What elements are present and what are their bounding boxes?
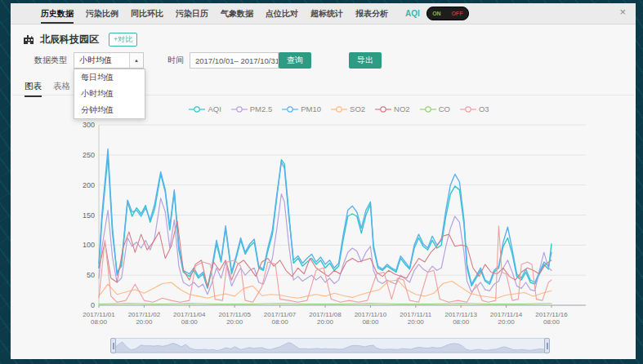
chart-legend: AQIPM2.5PM10SO2NO2COO3 — [98, 104, 580, 113]
svg-text:2017/11/05: 2017/11/05 — [218, 311, 251, 318]
svg-text:08:00: 08:00 — [453, 318, 470, 326]
legend-item[interactable]: SO2 — [331, 104, 365, 113]
legend-marker-icon — [375, 105, 391, 113]
legend-marker-icon — [331, 105, 347, 113]
legend-label: SO2 — [350, 104, 365, 113]
legend-item[interactable]: O3 — [460, 104, 489, 113]
svg-text:2017/11/07: 2017/11/07 — [264, 311, 297, 318]
query-button[interactable]: 查询 — [279, 52, 311, 69]
dropdown-option[interactable]: 小时均值 — [74, 86, 145, 102]
svg-text:2017/11/13: 2017/11/13 — [444, 311, 477, 318]
legend-marker-icon — [460, 105, 476, 113]
legend-item[interactable]: PM10 — [282, 104, 321, 113]
svg-text:08:00: 08:00 — [181, 318, 199, 326]
line-chart: 0501001502002503002017/11/0108:002017/11… — [69, 118, 592, 332]
data-type-select[interactable]: 小时均值 ▲ — [74, 52, 144, 69]
datazoom-left-handle[interactable] — [110, 338, 116, 353]
legend-marker-icon — [189, 105, 205, 113]
svg-text:08:00: 08:00 — [543, 318, 560, 326]
aqi-toggle[interactable]: ON OFF — [426, 7, 469, 20]
svg-text:250: 250 — [83, 151, 95, 159]
legend-item[interactable]: PM2.5 — [231, 104, 272, 113]
svg-text:20:00: 20:00 — [498, 318, 516, 326]
legend-label: O3 — [479, 104, 489, 113]
legend-label: AQI — [208, 104, 221, 113]
svg-text:2017/11/16: 2017/11/16 — [535, 311, 568, 318]
building-icon — [23, 34, 35, 45]
toggle-on-label[interactable]: ON — [432, 11, 441, 16]
svg-text:20:00: 20:00 — [226, 318, 243, 326]
nav-tab[interactable]: 气象数据 — [221, 3, 253, 24]
top-navbar: 历史数据污染比例同比环比污染日历气象数据点位比对超标统计报表分析 AQI ON … — [11, 3, 636, 24]
datazoom-slider[interactable] — [113, 338, 547, 353]
time-range-select[interactable]: 2017/10/01– 2017/10/31 ▼ — [190, 52, 292, 69]
legend-item[interactable]: AQI — [189, 104, 221, 113]
close-icon[interactable]: × — [619, 7, 626, 17]
dropdown-option[interactable]: 分钟均值 — [74, 102, 145, 118]
nav-tab[interactable]: 历史数据 — [41, 3, 74, 24]
nav-tab[interactable]: 污染比例 — [86, 3, 118, 24]
legend-marker-icon — [231, 105, 248, 113]
chart-canvas: 0501001502002503002017/11/0108:002017/11… — [69, 118, 592, 332]
svg-text:20:00: 20:00 — [408, 318, 425, 326]
svg-text:2017/11/14: 2017/11/14 — [490, 311, 523, 318]
legend-item[interactable]: NO2 — [375, 104, 410, 113]
data-type-value: 小时均值 — [74, 55, 129, 66]
series-line-CO — [99, 304, 551, 304]
legend-label: PM2.5 — [250, 104, 272, 113]
nav-tab[interactable]: 超标统计 — [310, 3, 343, 24]
dropdown-option[interactable]: 每日均值 — [74, 69, 145, 86]
svg-text:08:00: 08:00 — [272, 318, 289, 326]
svg-text:2017/11/08: 2017/11/08 — [309, 311, 342, 318]
time-range-value: 2017/10/01– 2017/10/31 — [190, 56, 278, 65]
svg-text:08:00: 08:00 — [362, 318, 379, 326]
legend-marker-icon — [282, 105, 298, 113]
app-background: 历史数据污染比例同比环比污染日历气象数据点位比对超标统计报表分析 AQI ON … — [0, 0, 643, 364]
legend-label: CO — [439, 104, 450, 113]
chevron-up-icon[interactable]: ▲ — [129, 53, 143, 68]
nav-tab[interactable]: 污染日历 — [176, 3, 208, 24]
svg-text:50: 50 — [87, 271, 95, 279]
svg-text:200: 200 — [83, 181, 95, 189]
svg-text:20:00: 20:00 — [317, 318, 334, 326]
svg-text:08:00: 08:00 — [91, 318, 108, 326]
svg-text:300: 300 — [83, 121, 95, 129]
legend-marker-icon — [420, 105, 436, 113]
svg-text:2017/11/10: 2017/11/10 — [355, 311, 387, 318]
main-panel: 历史数据污染比例同比环比污染日历气象数据点位比对超标统计报表分析 AQI ON … — [11, 3, 636, 359]
legend-label: PM10 — [301, 104, 321, 113]
svg-text:2017/11/04: 2017/11/04 — [173, 311, 206, 318]
svg-text:100: 100 — [83, 241, 95, 249]
site-title: 北辰科技园区 — [40, 33, 99, 47]
site-row: 北辰科技园区 +对比 — [23, 33, 137, 47]
nav-tab[interactable]: 点位比对 — [266, 3, 298, 24]
datazoom-right-handle[interactable] — [544, 338, 550, 353]
nav-tab[interactable]: 同比环比 — [131, 3, 163, 24]
legend-label: NO2 — [394, 104, 410, 113]
data-type-label: 数据类型 — [34, 52, 67, 69]
datazoom-shadow — [114, 339, 547, 353]
nav-tabs: 历史数据污染比例同比环比污染日历气象数据点位比对超标统计报表分析 — [41, 3, 400, 24]
svg-text:2017/11/02: 2017/11/02 — [128, 311, 161, 318]
nav-tab[interactable]: 报表分析 — [355, 3, 388, 24]
compare-button[interactable]: +对比 — [109, 33, 137, 47]
time-label: 时间 — [167, 52, 184, 69]
svg-text:2017/11/11: 2017/11/11 — [400, 311, 431, 318]
aqi-label: AQI — [405, 9, 420, 18]
export-button[interactable]: 导出 — [349, 52, 382, 69]
svg-text:0: 0 — [91, 301, 95, 309]
svg-text:150: 150 — [83, 211, 95, 220]
legend-item[interactable]: CO — [420, 104, 450, 113]
toggle-off-label[interactable]: OFF — [451, 11, 462, 16]
data-type-dropdown: 每日均值小时均值分钟均值 — [74, 69, 145, 119]
svg-text:2017/11/01: 2017/11/01 — [83, 311, 115, 318]
svg-text:20:00: 20:00 — [136, 318, 153, 326]
